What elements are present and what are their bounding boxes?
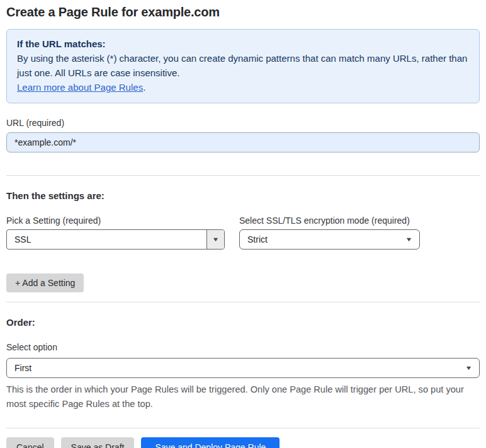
url-input[interactable]: [6, 132, 480, 152]
save-draft-button[interactable]: Save as Draft: [61, 437, 135, 448]
order-select-label: Select option: [6, 342, 480, 352]
pick-setting-select-button[interactable]: ▼: [206, 230, 224, 249]
divider: [6, 302, 480, 302]
info-box-link-line: Learn more about Page Rules.: [17, 80, 469, 95]
order-section-heading: Order:: [6, 317, 480, 328]
selects-row: SSL ▼ Strict ▼: [6, 229, 480, 250]
order-select-value: First: [7, 363, 458, 373]
ssl-mode-select[interactable]: Strict ▼: [239, 229, 420, 250]
add-setting-button[interactable]: + Add a Setting: [6, 273, 84, 292]
chevron-down-icon: ▼: [212, 237, 219, 243]
pick-setting-label: Pick a Setting (required): [6, 215, 225, 226]
order-select-arrow-zone: ▼: [458, 365, 479, 371]
chevron-down-icon: ▼: [405, 237, 412, 243]
order-select[interactable]: First ▼: [6, 358, 480, 378]
save-deploy-button[interactable]: Save and Deploy Page Rule: [141, 437, 280, 448]
footer-actions: Cancel Save as Draft Save and Deploy Pag…: [6, 437, 480, 448]
link-suffix-text: .: [143, 82, 145, 93]
ssl-mode-select-value: Strict: [240, 234, 398, 244]
ssl-mode-label: Select SSL/TLS encryption mode (required…: [239, 215, 420, 226]
select-labels-row: Pick a Setting (required) Select SSL/TLS…: [6, 215, 480, 226]
pick-setting-select-value: SSL: [7, 234, 206, 244]
settings-section-heading: Then the settings are:: [6, 190, 480, 201]
ssl-mode-select-arrow-zone: ▼: [398, 237, 419, 243]
info-box-heading: If the URL matches:: [17, 37, 469, 51]
url-match-info-box: If the URL matches: By using the asteris…: [6, 29, 480, 103]
cancel-button[interactable]: Cancel: [6, 437, 54, 448]
learn-more-link[interactable]: Learn more about Page Rules: [17, 82, 143, 93]
page-rule-form: Create a Page Rule for example.com If th…: [0, 0, 486, 448]
url-field-label: URL (required): [6, 118, 480, 128]
chevron-down-icon: ▼: [465, 365, 472, 371]
divider: [6, 175, 480, 176]
order-help-text: This is the order in which your Page Rul…: [6, 382, 480, 411]
divider: [6, 428, 480, 428]
page-title: Create a Page Rule for example.com: [6, 0, 480, 20]
pick-setting-select[interactable]: SSL ▼: [6, 229, 225, 250]
info-box-body: By using the asterisk (*) character, you…: [17, 51, 469, 80]
